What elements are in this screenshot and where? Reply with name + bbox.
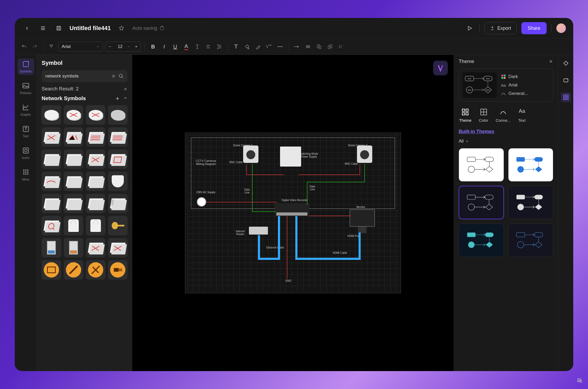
device-plug[interactable] [197,197,206,207]
collapse-icon[interactable] [123,87,128,91]
rail-text[interactable]: Text [17,123,34,140]
rail-icons[interactable]: Icons [17,145,34,161]
symbol-item[interactable] [42,216,61,235]
theme-card-selected[interactable] [459,186,504,219]
symbol-item[interactable] [86,105,105,125]
rail-symbols[interactable]: Symbols [17,59,34,75]
symbol-item[interactable] [108,149,128,169]
export-button[interactable]: Export [484,22,517,34]
theme-card[interactable] [459,223,504,257]
symbol-item[interactable] [108,127,128,147]
symbol-item[interactable] [86,172,105,191]
tab-theme[interactable]: Theme [459,108,472,123]
device-dvr[interactable] [275,203,309,216]
line-spacing-button[interactable] [215,42,224,51]
symbol-item[interactable] [64,149,83,169]
layer-front-button[interactable] [315,42,324,51]
menu-button[interactable] [38,23,48,33]
symbol-item[interactable] [64,260,83,280]
tab-text[interactable]: AaText [518,108,526,123]
layer-back-button[interactable] [326,42,335,51]
symbol-item[interactable] [42,105,61,125]
insert-tool[interactable] [561,75,571,85]
tab-connectors[interactable]: Conne... [496,108,511,123]
text-color-button[interactable]: A [182,42,191,51]
favorite-button[interactable] [116,23,126,33]
search-input[interactable] [45,74,109,79]
add-icon[interactable] [115,96,120,101]
share-button[interactable]: Share [521,22,547,34]
symbol-item[interactable] [86,260,105,280]
symbol-item[interactable] [86,149,105,169]
arrow-start-button[interactable] [292,42,301,51]
arrow-end-button[interactable] [303,42,312,51]
play-button[interactable] [465,23,475,33]
symbol-item[interactable] [86,216,105,235]
underline-button[interactable]: U [171,42,180,51]
symbol-item[interactable] [42,172,61,191]
device-camera[interactable] [243,145,258,163]
ai-assistant-button[interactable] [433,61,448,75]
rail-more[interactable]: More [17,167,34,183]
symbol-item[interactable] [64,127,83,147]
rail-pictures[interactable]: Pictures [17,80,34,96]
font-select[interactable]: Arial [58,42,103,52]
symbol-item[interactable] [64,238,83,257]
symbol-search[interactable] [42,70,128,82]
font-size-stepper[interactable]: − 12 + [105,42,141,52]
save-icon[interactable] [54,23,64,33]
italic-button[interactable]: I [160,42,169,51]
symbol-item[interactable] [108,216,128,235]
filter-select[interactable]: All [459,139,553,144]
symbol-item[interactable] [42,127,61,147]
line-dash-button[interactable] [276,42,285,51]
text-tool-button[interactable]: T [232,42,241,51]
symbol-item[interactable] [108,172,128,191]
chevron-up-icon[interactable] [123,96,128,100]
symbol-item[interactable] [42,260,61,280]
symbol-item[interactable] [64,216,83,235]
close-icon[interactable] [548,59,553,64]
builtin-themes-link[interactable]: Built-in Themes [459,129,494,134]
symbol-item[interactable] [108,238,128,257]
fill-tool[interactable] [561,59,571,69]
symbol-item[interactable] [108,105,128,125]
format-painter-button[interactable] [47,42,56,51]
canvas[interactable]: CCTV Cameras Wiring Diagram Dome Camera-… [132,55,454,371]
line-style-button[interactable] [265,42,274,51]
theme-card[interactable] [508,186,553,219]
device-psu[interactable] [280,147,301,167]
align-objects-button[interactable] [337,42,346,51]
theme-card[interactable] [459,148,504,182]
back-button[interactable] [22,23,32,33]
text-format-button[interactable] [193,42,202,51]
symbol-item[interactable] [86,127,105,147]
symbol-item[interactable] [42,238,61,257]
symbol-item[interactable] [86,238,105,257]
file-title[interactable]: Untitled file441 [70,25,111,32]
symbol-item[interactable] [64,105,83,125]
bold-button[interactable]: B [149,42,158,51]
search-icon[interactable] [119,74,124,79]
theme-card[interactable] [508,223,553,257]
font-size-minus[interactable]: − [105,42,114,52]
align-button[interactable] [204,42,213,51]
symbol-item[interactable] [108,194,128,213]
symbol-item[interactable] [42,194,61,213]
clear-icon[interactable] [111,74,116,79]
fill-button[interactable] [243,42,252,51]
redo-button[interactable] [31,42,40,51]
stroke-color-button[interactable] [254,42,263,51]
rail-graphs[interactable]: Graphs [17,102,34,118]
tab-color[interactable]: Color [479,108,488,123]
theme-tool[interactable] [561,92,571,102]
theme-card[interactable] [508,148,553,182]
device-monitor[interactable] [350,209,375,227]
font-size-plus[interactable]: + [132,42,141,52]
symbol-item[interactable] [64,194,83,213]
undo-button[interactable] [19,42,28,51]
avatar[interactable] [556,23,566,33]
symbol-item[interactable] [64,172,83,191]
symbol-item[interactable] [108,260,128,280]
device-router[interactable] [249,227,268,235]
